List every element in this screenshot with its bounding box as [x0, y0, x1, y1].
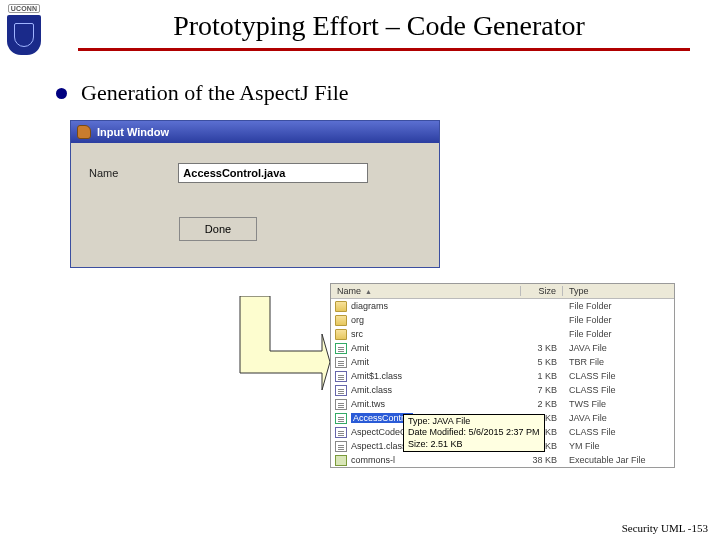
- file-row[interactable]: Amit$1.class1 KBCLASS File: [331, 369, 674, 383]
- file-size: 3 KB: [521, 343, 563, 353]
- title-rule: [78, 48, 690, 51]
- file-type: CLASS File: [563, 385, 674, 395]
- file-size: 7 KB: [521, 385, 563, 395]
- file-name: Amit$1.class: [351, 371, 402, 381]
- file-type: File Folder: [563, 329, 674, 339]
- file-type: CLASS File: [563, 427, 674, 437]
- tooltip-line2: Date Modified: 5/6/2015 2:37 PM: [408, 427, 540, 438]
- class-icon: [335, 371, 347, 382]
- folder-icon: [335, 315, 347, 326]
- class-icon: [335, 385, 347, 396]
- file-row[interactable]: diagramsFile Folder: [331, 299, 674, 313]
- tooltip-line3: Size: 2.51 KB: [408, 439, 540, 450]
- file-name: Amit.class: [351, 385, 392, 395]
- file-name: Amit: [351, 357, 369, 367]
- bullet-row: Generation of the AspectJ File: [0, 70, 720, 114]
- sort-asc-icon: ▲: [365, 288, 372, 295]
- file-type: Executable Jar File: [563, 455, 674, 465]
- bullet-icon: [56, 88, 67, 99]
- folder-icon: [335, 301, 347, 312]
- file-row[interactable]: Amit.class7 KBCLASS File: [331, 383, 674, 397]
- jar-icon: [335, 455, 347, 466]
- file-size: 38 KB: [521, 455, 563, 465]
- file-icon: [335, 357, 347, 368]
- file-header[interactable]: Name ▲ Size Type: [331, 284, 674, 299]
- file-name: commons-l: [351, 455, 395, 465]
- folder-icon: [335, 329, 347, 340]
- done-button[interactable]: Done: [179, 217, 257, 241]
- footer-text: Security UML -153: [622, 522, 708, 534]
- file-type: YM File: [563, 441, 674, 451]
- file-row[interactable]: orgFile Folder: [331, 313, 674, 327]
- tooltip-line1: Type: JAVA File: [408, 416, 540, 427]
- file-row[interactable]: Amit5 KBTBR File: [331, 355, 674, 369]
- file-size: 2 KB: [521, 399, 563, 409]
- file-name: Amit.tws: [351, 399, 385, 409]
- flow-arrow-icon: [220, 296, 330, 406]
- file-explorer: Name ▲ Size Type diagramsFile FolderorgF…: [330, 283, 675, 468]
- column-size: Size: [521, 286, 563, 296]
- file-type: CLASS File: [563, 371, 674, 381]
- file-name: org: [351, 315, 364, 325]
- file-name: Aspect1.class: [351, 441, 407, 451]
- column-name: Name ▲: [331, 286, 521, 296]
- name-label: Name: [89, 167, 118, 179]
- file-icon: [335, 441, 347, 452]
- uconn-text: UCONN: [8, 4, 41, 13]
- file-type: TBR File: [563, 357, 674, 367]
- file-icon: [335, 399, 347, 410]
- dialog-title: Input Window: [97, 126, 169, 138]
- file-name: diagrams: [351, 301, 388, 311]
- file-row[interactable]: commons-l38 KBExecutable Jar File: [331, 453, 674, 467]
- shield-icon: [7, 15, 41, 55]
- file-size: 5 KB: [521, 357, 563, 367]
- dialog-titlebar[interactable]: Input Window: [71, 121, 439, 143]
- file-type: File Folder: [563, 301, 674, 311]
- file-row[interactable]: Amit.tws2 KBTWS File: [331, 397, 674, 411]
- file-row[interactable]: srcFile Folder: [331, 327, 674, 341]
- bullet-text: Generation of the AspectJ File: [81, 80, 349, 106]
- file-row[interactable]: Amit3 KBJAVA File: [331, 341, 674, 355]
- slide-title: Prototyping Effort – Code Generator: [78, 10, 680, 42]
- name-input[interactable]: [178, 163, 368, 183]
- class-icon: [335, 427, 347, 438]
- file-name: Amit: [351, 343, 369, 353]
- java-icon: [335, 413, 347, 424]
- file-type: JAVA File: [563, 343, 674, 353]
- file-type: TWS File: [563, 399, 674, 409]
- file-type: JAVA File: [563, 413, 674, 423]
- file-name: src: [351, 329, 363, 339]
- input-window: Input Window Name Done: [70, 120, 440, 268]
- column-type: Type: [563, 286, 674, 296]
- file-tooltip: Type: JAVA File Date Modified: 5/6/2015 …: [403, 414, 545, 452]
- java-coffee-icon: [77, 125, 91, 139]
- java-icon: [335, 343, 347, 354]
- file-size: 1 KB: [521, 371, 563, 381]
- uconn-logo: UCONN: [0, 0, 48, 70]
- file-type: File Folder: [563, 315, 674, 325]
